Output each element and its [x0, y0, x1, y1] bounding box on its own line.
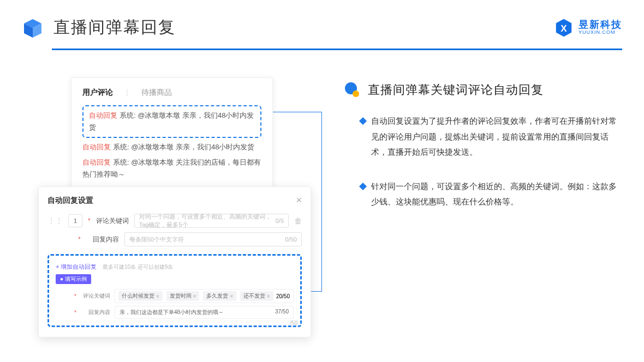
brand-logo-block: X 昱新科技 YUUXIN.COM	[553, 17, 622, 38]
tag-item[interactable]: 什么时候发货×	[118, 291, 163, 301]
comment-item: 自动回复系统: @冰墩墩本墩 亲亲，我们48小时内发货	[82, 141, 261, 153]
auto-reply-label: 自动回复	[82, 158, 111, 166]
auto-reply-settings-modal: 自动回复设置 × ⋮⋮ 1 * 评论关键词 对同一个问题，可设置多个相近、高频的…	[38, 186, 311, 337]
example-content-input[interactable]: 亲，我们这边都是下单48小时内发货的哦～ 37/50	[115, 306, 294, 319]
section-title: 直播间弹幕关键词评论自动回复	[368, 82, 544, 98]
modal-title: 自动回复设置	[47, 196, 93, 206]
add-auto-reply-link[interactable]: + 增加自动回复	[56, 263, 97, 270]
required-mark: *	[78, 236, 81, 243]
svg-point-6	[353, 90, 359, 97]
keyword-label: 评论关键词	[96, 216, 129, 226]
comment-text: 系统: @冰墩墩本墩 亲亲，我们48小时内发货	[113, 143, 255, 151]
tag-item[interactable]: 多久发货×	[203, 291, 236, 301]
example-badge: ● 填写示例	[56, 274, 91, 284]
brand-name-en: YUUXIN.COM	[579, 30, 622, 35]
rule-index: 1	[68, 214, 82, 227]
svg-text:X: X	[560, 23, 567, 33]
comment-item-highlighted: 自动回复系统: @冰墩墩本墩 亲亲，我们48小时内发货	[82, 105, 261, 138]
stray-count: /50	[290, 320, 297, 326]
auto-reply-label: 自动回复	[82, 143, 111, 151]
tag-item[interactable]: 还不发货×	[240, 291, 273, 301]
example-keyword-tags[interactable]: 什么时候发货× 发货时间× 多久发货× 还不发货× 20/50	[115, 289, 294, 303]
keyword-input[interactable]: 对同一个问题，可设置多个相近、高频的关键词，Tag确定，最多5个 0/5	[134, 214, 289, 228]
cube-icon	[22, 17, 44, 39]
comment-item: 自动回复系统: @冰墩墩本墩 关注我们的店铺，每日都有热门推荐呦～	[82, 156, 261, 180]
bullet-item: 自动回复设置为了提升作者的评论回复效率，作者可在开播前针对常见的评论用户问题，提…	[360, 113, 622, 160]
brand-name-cn: 昱新科技	[579, 20, 622, 31]
content-placeholder: 每条限50个中文字符	[129, 236, 184, 244]
bullet-text: 自动回复设置为了提升作者的评论回复效率，作者可在开播前针对常见的评论用户问题，提…	[371, 113, 622, 160]
example-content-label: 回复内容	[81, 309, 110, 316]
example-content-count: 37/50	[275, 309, 289, 316]
example-keyword-label: 评论关键词	[81, 292, 110, 300]
required-mark: *	[74, 293, 76, 299]
tag-item[interactable]: 发货时间×	[166, 291, 200, 301]
chat-bubble-icon	[344, 82, 360, 98]
content-label: 回复内容	[86, 235, 119, 244]
tab-separator: |	[126, 88, 128, 98]
example-content-text: 亲，我们这边都是下单48小时内发货的哦～	[120, 309, 224, 316]
required-mark: *	[74, 310, 76, 316]
bullet-item: 针对同一个问题，可设置多个相近的、高频的关键词。例如：这款多少钱、这块能优惠吗、…	[360, 179, 622, 210]
comments-panel: 用户评论 | 待播商品 自动回复系统: @冰墩墩本墩 亲亲，我们48小时内发货 …	[71, 77, 273, 196]
add-hint: 最多可建10条 还可以创建9条	[103, 264, 173, 270]
drag-handle-icon[interactable]: ⋮⋮	[47, 216, 63, 225]
tab-pending-products[interactable]: 待播商品	[141, 88, 172, 98]
required-mark: *	[88, 217, 91, 225]
diamond-bullet-icon	[359, 182, 367, 190]
page-title: 直播间弹幕回复	[53, 16, 176, 39]
diamond-bullet-icon	[359, 117, 367, 125]
content-count: 0/50	[285, 236, 297, 243]
close-icon[interactable]: ×	[296, 195, 302, 206]
example-tag-count: 20/50	[276, 293, 290, 299]
trash-icon[interactable]: 🗑	[294, 216, 302, 225]
content-input[interactable]: 每条限50个中文字符 0/50	[124, 232, 302, 246]
brand-hex-icon: X	[553, 17, 574, 38]
tab-user-comments[interactable]: 用户评论	[82, 88, 113, 98]
keyword-count: 0/5	[276, 218, 284, 224]
auto-reply-label: 自动回复	[89, 111, 117, 119]
keyword-placeholder: 对同一个问题，可设置多个相近、高频的关键词，Tag确定，最多5个	[139, 213, 276, 229]
example-section: + 增加自动回复 最多可建10条 还可以创建9条 ● 填写示例 * 评论关键词 …	[47, 254, 302, 327]
bullet-text: 针对同一个问题，可设置多个相近的、高频的关键词。例如：这款多少钱、这块能优惠吗、…	[371, 179, 622, 210]
